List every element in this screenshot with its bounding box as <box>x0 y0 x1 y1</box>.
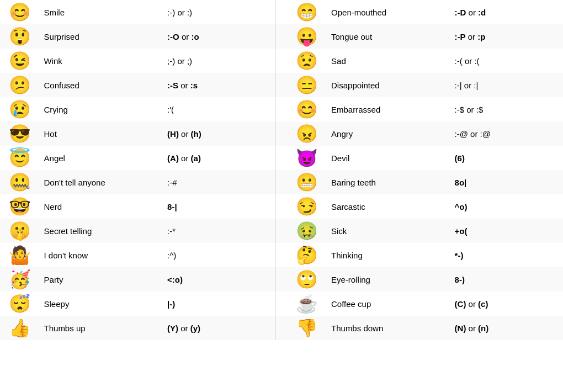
emoji-code-right-3: :-| or :| <box>450 73 563 97</box>
emoji-code-right-10: *-) <box>450 243 563 267</box>
divider-6 <box>275 146 287 170</box>
emoji-name-right-13: Thumbs down <box>327 316 450 340</box>
emoji-icon-right-2: 😟 <box>288 49 327 73</box>
divider-1 <box>275 24 287 49</box>
emoji-name-left-11: Party <box>40 267 163 292</box>
emoji-icon-left-8: 🤓 <box>0 194 40 219</box>
emoji-icon-right-12: ☕ <box>288 292 327 316</box>
emoji-icon-right-6: 😈 <box>288 146 327 170</box>
emoji-code-left-2: ;-) or ;) <box>163 49 275 73</box>
emoji-name-right-0: Open-mouthed <box>327 0 450 24</box>
emoji-icon-left-1: 😲 <box>0 24 40 49</box>
emoji-code-left-9: :-* <box>163 219 275 243</box>
emoji-name-left-12: Sleepy <box>40 292 163 316</box>
divider-11 <box>275 267 287 292</box>
emoji-code-right-2: :-( or :( <box>450 49 563 73</box>
emoji-code-right-11: 8-) <box>450 267 563 292</box>
emoji-icon-left-13: 👍 <box>0 316 40 340</box>
emoji-icon-right-11: 🙄 <box>288 267 327 292</box>
emoji-code-right-7: 8o| <box>450 170 563 194</box>
emoji-code-left-11: <:o) <box>163 267 275 292</box>
emoji-icon-left-9: 🤫 <box>0 219 40 243</box>
emoji-icon-right-1: 😛 <box>288 24 327 49</box>
divider-0 <box>275 0 287 24</box>
emoji-reference-table: 😊Smile:-) or :)😁Open-mouthed:-D or :d😲Su… <box>0 0 563 340</box>
emoji-icon-left-2: 😉 <box>0 49 40 73</box>
emoji-icon-left-0: 😊 <box>0 0 40 24</box>
emoji-name-left-4: Crying <box>40 97 163 121</box>
emoji-icon-right-13: 👎 <box>288 316 327 340</box>
emoji-name-left-5: Hot <box>40 121 163 146</box>
emoji-code-left-10: :^) <box>163 243 275 267</box>
emoji-name-left-10: I don't know <box>40 243 163 267</box>
emoji-code-right-1: :-P or :p <box>450 24 563 49</box>
emoji-name-right-11: Eye-rolling <box>327 267 450 292</box>
emoji-name-left-3: Confused <box>40 73 163 97</box>
emoji-icon-left-6: 😇 <box>0 146 40 170</box>
divider-3 <box>275 73 287 97</box>
emoji-icon-right-4: 😊 <box>288 97 327 121</box>
emoji-icon-left-7: 🤐 <box>0 170 40 194</box>
emoji-code-right-0: :-D or :d <box>450 0 563 24</box>
divider-5 <box>275 121 287 146</box>
divider-9 <box>275 219 287 243</box>
emoji-code-left-5: (H) or (h) <box>163 121 275 146</box>
emoji-name-right-9: Sick <box>327 219 450 243</box>
emoji-name-left-0: Smile <box>40 0 163 24</box>
emoji-name-left-6: Angel <box>40 146 163 170</box>
emoji-icon-left-3: 😕 <box>0 73 40 97</box>
emoji-code-right-6: (6) <box>450 146 563 170</box>
emoji-code-left-3: :-S or :s <box>163 73 275 97</box>
emoji-icon-right-3: 😑 <box>288 73 327 97</box>
emoji-code-left-13: (Y) or (y) <box>163 316 275 340</box>
emoji-icon-left-10: 🤷 <box>0 243 40 267</box>
divider-13 <box>275 316 287 340</box>
emoji-name-right-5: Angry <box>327 121 450 146</box>
emoji-name-right-1: Tongue out <box>327 24 450 49</box>
emoji-name-right-4: Embarrassed <box>327 97 450 121</box>
emoji-icon-right-10: 🤔 <box>288 243 327 267</box>
emoji-name-right-3: Disappointed <box>327 73 450 97</box>
divider-12 <box>275 292 287 316</box>
emoji-icon-right-0: 😁 <box>288 0 327 24</box>
emoji-name-left-9: Secret telling <box>40 219 163 243</box>
emoji-name-left-1: Surprised <box>40 24 163 49</box>
emoji-code-right-8: ^o) <box>450 194 563 219</box>
emoji-code-left-0: :-) or :) <box>163 0 275 24</box>
emoji-code-right-12: (C) or (c) <box>450 292 563 316</box>
divider-4 <box>275 97 287 121</box>
emoji-code-right-13: (N) or (n) <box>450 316 563 340</box>
emoji-name-left-8: Nerd <box>40 194 163 219</box>
emoji-name-left-13: Thumbs up <box>40 316 163 340</box>
emoji-code-left-7: :-# <box>163 170 275 194</box>
emoji-icon-right-9: 🤢 <box>288 219 327 243</box>
emoji-name-right-12: Coffee cup <box>327 292 450 316</box>
emoji-name-right-10: Thinking <box>327 243 450 267</box>
emoji-name-left-2: Wink <box>40 49 163 73</box>
emoji-name-left-7: Don't tell anyone <box>40 170 163 194</box>
emoji-code-left-4: :'( <box>163 97 275 121</box>
emoji-name-right-8: Sarcastic <box>327 194 450 219</box>
emoji-name-right-6: Devil <box>327 146 450 170</box>
emoji-icon-right-7: 😬 <box>288 170 327 194</box>
divider-10 <box>275 243 287 267</box>
emoji-icon-right-8: 😏 <box>288 194 327 219</box>
emoji-icon-left-4: 😢 <box>0 97 40 121</box>
emoji-code-left-12: |-) <box>163 292 275 316</box>
emoji-code-left-8: 8-| <box>163 194 275 219</box>
emoji-icon-left-5: 😎 <box>0 121 40 146</box>
divider-7 <box>275 170 287 194</box>
emoji-icon-right-5: 😠 <box>288 121 327 146</box>
emoji-code-left-6: (A) or (a) <box>163 146 275 170</box>
emoji-icon-left-12: 😴 <box>0 292 40 316</box>
emoji-code-left-1: :-O or :o <box>163 24 275 49</box>
emoji-code-right-4: :-$ or :$ <box>450 97 563 121</box>
emoji-code-right-9: +o( <box>450 219 563 243</box>
divider-8 <box>275 194 287 219</box>
emoji-code-right-5: :-@ or :@ <box>450 121 563 146</box>
emoji-name-right-7: Baring teeth <box>327 170 450 194</box>
emoji-name-right-2: Sad <box>327 49 450 73</box>
emoji-icon-left-11: 🥳 <box>0 267 40 292</box>
divider-2 <box>275 49 287 73</box>
